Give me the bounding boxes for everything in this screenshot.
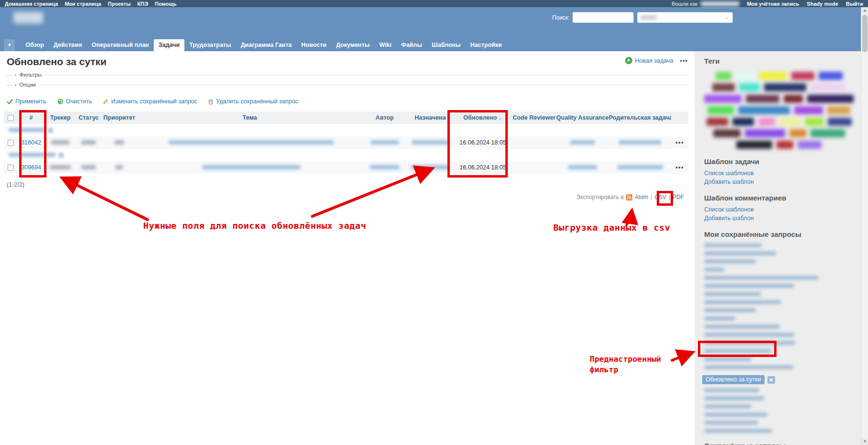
- tab-add[interactable]: +: [4, 39, 15, 51]
- tag-pill[interactable]: [746, 95, 779, 103]
- tag-pill[interactable]: [732, 118, 754, 126]
- tag-pill[interactable]: [777, 141, 793, 149]
- redacted-query-link[interactable]: [704, 388, 759, 392]
- table-row[interactable]: 316042 16.06.2024 18:05 •••: [4, 136, 688, 149]
- top-link-help[interactable]: Помощь: [155, 1, 176, 7]
- tag-pill[interactable]: [704, 95, 742, 103]
- tab-operational-plan[interactable]: Оперативный план: [87, 39, 154, 51]
- col-header-author[interactable]: Автор: [363, 111, 407, 124]
- table-row[interactable]: 309694 16.06.2024 18:05 •••: [4, 161, 688, 174]
- highlighted-query[interactable]: Обновлено за сутки ✕: [702, 375, 775, 384]
- scroll-up-icon[interactable]: ▲: [861, 7, 868, 14]
- tag-pill[interactable]: [819, 72, 843, 80]
- top-link-account[interactable]: Моя учётная запись: [747, 1, 799, 7]
- row-actions-menu[interactable]: •••: [675, 139, 684, 146]
- tab-settings[interactable]: Настройки: [466, 39, 507, 51]
- redacted-query-link[interactable]: [704, 412, 767, 417]
- tab-activity[interactable]: Действия: [49, 39, 87, 51]
- comment-template-list-link[interactable]: Список шаблонов: [704, 206, 852, 213]
- top-link-shady-mode[interactable]: Shady mode: [807, 1, 838, 7]
- row-checkbox[interactable]: [8, 165, 14, 171]
- options-toggle[interactable]: — › Опции: [7, 82, 688, 88]
- redacted-query-link[interactable]: [704, 267, 724, 272]
- tag-pill[interactable]: [807, 95, 854, 103]
- project-jump-select[interactable]: ⌄: [637, 12, 733, 23]
- group-row[interactable]: [4, 124, 688, 136]
- tag-pill[interactable]: [784, 95, 803, 103]
- redacted-query-link[interactable]: [704, 284, 794, 288]
- redacted-query-link[interactable]: [704, 324, 780, 329]
- tab-templates[interactable]: Шаблоны: [427, 39, 466, 51]
- tab-overview[interactable]: Обзор: [21, 39, 48, 51]
- redacted-query-link[interactable]: [704, 316, 735, 321]
- export-csv-link[interactable]: CSV: [654, 194, 666, 200]
- redacted-query-link[interactable]: [704, 421, 758, 425]
- filters-toggle[interactable]: — › Фильтры: [7, 72, 688, 78]
- tag-pill[interactable]: [828, 118, 852, 126]
- tag-pill[interactable]: [794, 106, 823, 114]
- tag-pill[interactable]: [707, 118, 728, 126]
- template-list-link[interactable]: Список шаблонов: [704, 170, 852, 177]
- tag-pill[interactable]: [739, 83, 760, 91]
- redacted-query-link[interactable]: [704, 308, 756, 312]
- issue-id-link[interactable]: 316042: [21, 139, 41, 146]
- expand-icon[interactable]: [48, 128, 53, 133]
- tab-spent-time[interactable]: Трудозатраты: [184, 39, 236, 51]
- template-add-link[interactable]: Добавить шаблон: [704, 178, 852, 185]
- redacted-query-link[interactable]: [704, 292, 761, 296]
- top-link-kpi[interactable]: КПЭ: [137, 1, 148, 7]
- tag-pill[interactable]: [798, 141, 822, 149]
- tab-files[interactable]: Файлы: [396, 39, 427, 51]
- page-more-menu[interactable]: •••: [680, 57, 688, 64]
- col-header-code-reviewer[interactable]: Code Reviewer: [512, 111, 556, 124]
- tag-pill[interactable]: [791, 72, 814, 80]
- group-row[interactable]: [4, 149, 688, 161]
- tag-pill[interactable]: [805, 118, 823, 126]
- top-link-home[interactable]: Домашняя страница: [5, 1, 58, 7]
- redacted-query-link[interactable]: [704, 251, 776, 256]
- apply-button[interactable]: Применить: [7, 98, 46, 105]
- col-header-updated[interactable]: Обновлено⌄: [454, 111, 512, 124]
- redacted-query-link[interactable]: [704, 259, 756, 264]
- redacted-query-link[interactable]: [704, 341, 795, 345]
- redacted-query-link[interactable]: [704, 365, 793, 369]
- export-atom-link[interactable]: Atom: [635, 194, 648, 200]
- tab-gantt[interactable]: Диаграмма Ганта: [236, 39, 297, 51]
- tag-pill[interactable]: [758, 118, 775, 126]
- row-actions-menu[interactable]: •••: [675, 164, 684, 171]
- redacted-query-link[interactable]: [704, 243, 762, 247]
- col-header-assignee[interactable]: Назначена: [407, 111, 454, 124]
- top-link-my-page[interactable]: Моя страница: [65, 1, 101, 7]
- scroll-down-icon[interactable]: ▼: [861, 438, 868, 445]
- col-header-subject[interactable]: Тема: [137, 111, 363, 124]
- redacted-query-link[interactable]: [704, 396, 764, 400]
- tag-pill[interactable]: [736, 72, 755, 80]
- search-input[interactable]: [572, 12, 634, 23]
- tag-pill[interactable]: [779, 118, 801, 126]
- col-header-tracker[interactable]: Трекер: [45, 111, 76, 124]
- col-header-id[interactable]: #: [17, 111, 45, 124]
- redacted-query-link[interactable]: [704, 333, 794, 337]
- tag-pill[interactable]: [708, 106, 734, 114]
- tag-pill[interactable]: [811, 83, 845, 91]
- tag-pill[interactable]: [764, 83, 806, 91]
- comment-template-add-link[interactable]: Добавить шаблон: [704, 215, 852, 222]
- vertical-scrollbar[interactable]: ▲ ▼: [861, 7, 868, 445]
- tag-pill[interactable]: [745, 129, 785, 137]
- col-header-parent-task[interactable]: Родительская задача: [609, 111, 671, 124]
- col-header-priority[interactable]: Приоритет: [102, 111, 137, 124]
- highlighted-query-label[interactable]: Обновлено за сутки: [702, 375, 765, 384]
- select-all-checkbox[interactable]: [8, 115, 14, 121]
- tag-pill[interactable]: [811, 129, 845, 137]
- tab-issues[interactable]: Задачи: [154, 39, 184, 51]
- tab-news[interactable]: Новости: [297, 39, 331, 51]
- top-link-logout[interactable]: Выйти: [846, 1, 863, 7]
- redacted-query-link[interactable]: [704, 349, 771, 353]
- tag-pill[interactable]: [712, 83, 735, 91]
- row-checkbox[interactable]: [8, 140, 14, 146]
- export-pdf-link[interactable]: PDF: [673, 194, 684, 200]
- tag-pill[interactable]: [716, 72, 731, 80]
- col-header-quality-assurance[interactable]: Quality Assurance: [556, 111, 609, 124]
- close-icon[interactable]: ✕: [767, 376, 775, 384]
- expand-icon[interactable]: [58, 153, 64, 158]
